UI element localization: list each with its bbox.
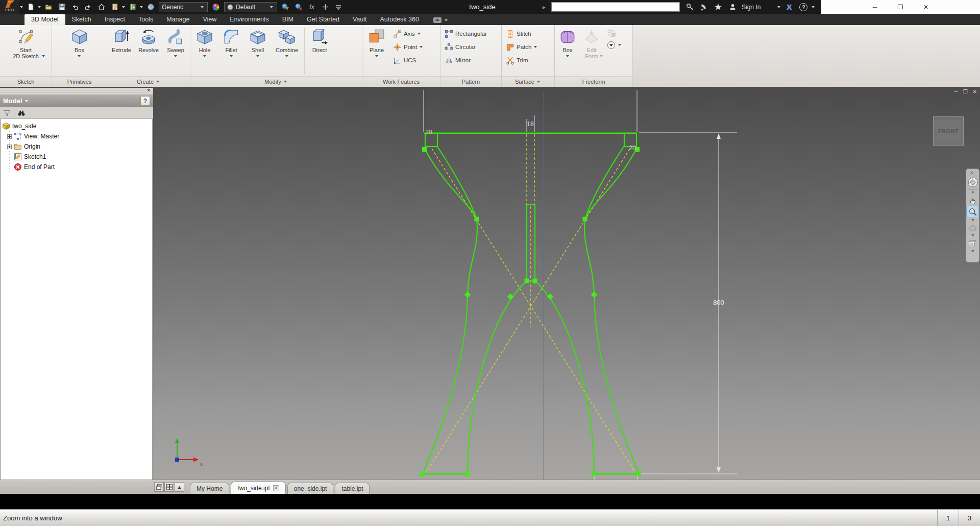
panel-label-freeform[interactable]: Freeform bbox=[555, 76, 632, 87]
orbit-caret[interactable] bbox=[966, 233, 979, 238]
material-browser-button[interactable] bbox=[126, 1, 139, 13]
sign-in-caret[interactable] bbox=[777, 6, 780, 10]
navbar-more-caret[interactable] bbox=[966, 249, 979, 255]
dim-20-left[interactable]: 20 bbox=[425, 129, 432, 136]
tab-two-side[interactable]: two_side.ipt ✕ bbox=[231, 482, 285, 494]
shell-button[interactable]: Shell bbox=[244, 26, 271, 76]
quick-sketch-caret[interactable] bbox=[122, 6, 125, 10]
ucs-button[interactable]: UCS bbox=[391, 54, 426, 66]
measure-button[interactable] bbox=[318, 1, 332, 13]
sign-in-avatar[interactable] bbox=[726, 1, 739, 13]
zoom-caret[interactable] bbox=[966, 218, 979, 223]
tab-bim[interactable]: BIM bbox=[276, 14, 300, 25]
doc-close-button[interactable]: ✕ bbox=[973, 89, 977, 94]
tab-3d-model[interactable]: 3D Model bbox=[24, 14, 65, 25]
tab-get-started[interactable]: Get Started bbox=[300, 14, 346, 25]
tree-item-root[interactable]: two_side bbox=[2, 121, 151, 131]
render-button[interactable] bbox=[144, 1, 157, 13]
tab-inspect[interactable]: Inspect bbox=[98, 14, 132, 25]
stitch-button[interactable]: Stitch bbox=[504, 28, 540, 40]
midpoint-markers[interactable] bbox=[464, 292, 598, 300]
view-cube-front-face[interactable]: FRONT bbox=[937, 121, 960, 141]
tab-table[interactable]: table.ipt bbox=[335, 483, 370, 494]
viewport[interactable]: 20 18 20 800 x ─ ❐ ✕ FRONT bbox=[153, 88, 980, 494]
dim-800[interactable]: 800 bbox=[713, 299, 724, 306]
browser-title-caret[interactable] bbox=[25, 100, 28, 104]
save-button[interactable] bbox=[55, 1, 68, 13]
home-button[interactable] bbox=[95, 1, 108, 13]
help-caret[interactable] bbox=[812, 6, 815, 10]
tab-view[interactable]: View bbox=[196, 14, 223, 25]
tab-one-side[interactable]: one_side.ipt bbox=[287, 483, 334, 494]
dim-18[interactable]: 18 bbox=[527, 121, 534, 128]
tree-item-view-master[interactable]: View: Master bbox=[7, 131, 151, 141]
point-button[interactable]: Point bbox=[391, 41, 426, 53]
browser-help-button[interactable]: ? bbox=[140, 96, 150, 106]
material-browser-caret[interactable] bbox=[140, 6, 143, 10]
expand-icon[interactable] bbox=[7, 145, 12, 149]
tab-scroll-up-button[interactable]: ▲ bbox=[175, 482, 184, 492]
tab-autodesk-360[interactable]: Autodesk 360 bbox=[373, 14, 425, 25]
browser-close-icon[interactable]: ✕ bbox=[145, 88, 152, 93]
panel-label-work-features[interactable]: Work Features bbox=[362, 76, 440, 87]
freeform-options-button[interactable] bbox=[605, 39, 624, 51]
panel-label-primitives[interactable]: Primitives bbox=[52, 76, 107, 87]
mirror-button[interactable]: Mirror bbox=[443, 54, 489, 66]
minimize-button[interactable]: ─ bbox=[867, 4, 883, 11]
dim-20-right[interactable]: 20 bbox=[629, 145, 636, 152]
revolve-button[interactable]: Revolve bbox=[135, 26, 162, 76]
tab-close-icon[interactable]: ✕ bbox=[273, 485, 279, 491]
tab-tools[interactable]: Tools bbox=[132, 14, 160, 25]
new-file-button[interactable] bbox=[24, 1, 37, 13]
combine-button[interactable]: Combine bbox=[271, 26, 303, 76]
trim-button[interactable]: Trim bbox=[504, 54, 540, 66]
tree-item-end-of-part[interactable]: End of Part bbox=[7, 162, 151, 172]
redo-button[interactable] bbox=[82, 1, 95, 13]
open-button[interactable] bbox=[42, 1, 55, 13]
communication-center-button[interactable] bbox=[697, 1, 710, 13]
tab-manage[interactable]: Manage bbox=[160, 14, 196, 25]
doc-minimize-button[interactable]: ─ bbox=[954, 89, 958, 94]
sign-in-label[interactable]: Sign In bbox=[742, 4, 761, 11]
axis-button[interactable]: Axis bbox=[391, 28, 426, 40]
new-file-caret[interactable] bbox=[38, 6, 41, 10]
freeform-box-button[interactable]: Box bbox=[556, 26, 579, 76]
panel-label-surface[interactable]: Surface bbox=[502, 76, 554, 87]
close-button[interactable]: ✕ bbox=[918, 4, 934, 11]
sweep-button[interactable]: Sweep bbox=[162, 26, 189, 76]
endpoint-markers[interactable] bbox=[420, 147, 641, 476]
color-wheel-button[interactable] bbox=[209, 1, 223, 13]
fillet-button[interactable]: Fillet bbox=[218, 26, 244, 76]
look-at-button[interactable] bbox=[966, 238, 979, 249]
primitive-box-button[interactable]: Box bbox=[64, 26, 95, 76]
extrude-button[interactable]: Extrude bbox=[108, 26, 135, 76]
rectangular-pattern-button[interactable]: Rectangular bbox=[443, 28, 489, 40]
wheel-caret[interactable] bbox=[966, 190, 979, 196]
exchange-apps-button[interactable]: X bbox=[782, 1, 796, 13]
browser-grab-bar[interactable]: ✕ bbox=[0, 88, 153, 94]
orbit-button[interactable] bbox=[966, 223, 979, 233]
inventor-logo[interactable]: PRO bbox=[0, 0, 19, 14]
direct-button[interactable]: Direct bbox=[306, 26, 333, 76]
quick-sketch-button[interactable] bbox=[108, 1, 121, 13]
steering-wheel-button[interactable] bbox=[966, 176, 979, 189]
navbar-close-icon[interactable]: ✕ bbox=[966, 170, 979, 176]
circular-pattern-button[interactable]: Circular bbox=[443, 41, 489, 53]
view-cube[interactable]: FRONT bbox=[933, 116, 964, 146]
undo-button[interactable] bbox=[68, 1, 82, 13]
appearance-combo[interactable]: Default bbox=[224, 2, 277, 12]
search-help-button[interactable] bbox=[683, 1, 696, 13]
clear-appearance-button[interactable] bbox=[292, 1, 305, 13]
search-prev-arrow[interactable]: ▸ bbox=[543, 4, 546, 11]
adjust-appearance-button[interactable] bbox=[279, 1, 292, 13]
plane-button[interactable]: Plane bbox=[363, 26, 390, 76]
search-input[interactable] bbox=[551, 2, 680, 12]
zoom-button[interactable] bbox=[966, 206, 979, 218]
material-combo[interactable]: Generic bbox=[159, 2, 208, 12]
cascade-windows-button[interactable] bbox=[154, 482, 164, 492]
tab-environments[interactable]: Environments bbox=[223, 14, 275, 25]
tab-my-home[interactable]: My Home bbox=[190, 483, 229, 494]
favorites-button[interactable] bbox=[712, 1, 725, 13]
tree-item-sketch1[interactable]: Sketch1 bbox=[7, 152, 151, 162]
expand-icon[interactable] bbox=[7, 134, 12, 139]
